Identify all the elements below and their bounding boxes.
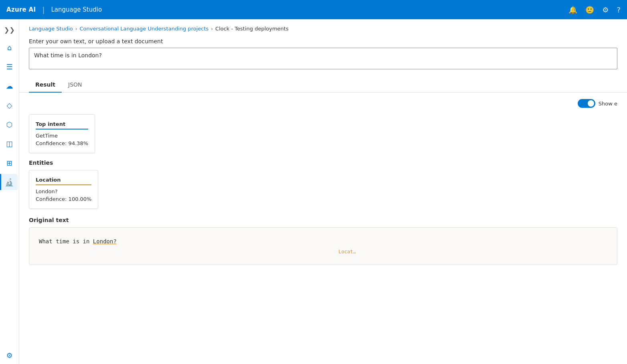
location-entity-confidence: Confidence: 100.00% <box>36 196 91 202</box>
original-text-box: What time is in London? Locat… <box>29 227 617 265</box>
breadcrumb: Language Studio › Conversational Languag… <box>19 19 627 35</box>
tabs: Result JSON <box>29 77 617 92</box>
shapes-icon: ◇ <box>7 101 12 109</box>
breadcrumb-separator-1: › <box>75 26 77 32</box>
toggle-row: Show e <box>29 99 617 108</box>
sidebar-item-list[interactable]: ☰ <box>2 59 18 75</box>
location-entity-value: London? <box>36 188 91 194</box>
list-icon: ☰ <box>6 63 12 71</box>
breadcrumb-separator-2: › <box>211 26 213 32</box>
nav-divider: | <box>42 6 44 14</box>
results-panel: Show e Top intent GetTime Confidence: 94… <box>19 93 627 364</box>
smiley-icon[interactable]: 🙂 <box>585 6 594 14</box>
bell-icon[interactable]: 🔔 <box>568 6 577 14</box>
entities-section-title: Entities <box>29 160 617 166</box>
entity-label-location: Locat… <box>87 247 607 257</box>
breadcrumb-language-studio[interactable]: Language Studio <box>29 26 73 32</box>
box-icon: ◫ <box>6 140 13 148</box>
sidebar-item-toggle[interactable]: ❯❯ <box>2 22 18 37</box>
top-intent-value: GetTime <box>36 133 88 139</box>
content-area: Language Studio › Conversational Languag… <box>19 19 627 364</box>
breadcrumb-clu-projects[interactable]: Conversational Language Understanding pr… <box>80 26 209 32</box>
text-input[interactable]: What time is in London? <box>29 48 617 69</box>
top-intent-confidence: Confidence: 94.38% <box>36 140 88 146</box>
original-text-title: Original text <box>29 217 617 223</box>
sidebar-item-cloud[interactable]: ☁ <box>2 78 18 94</box>
top-navigation: Azure AI | Language Studio 🔔 🙂 ⚙ ? <box>0 0 627 19</box>
gear-icon: ⚙ <box>6 351 12 360</box>
sidebar-item-box[interactable]: ◫ <box>2 135 18 152</box>
sidebar-item-grid[interactable]: ⊞ <box>2 155 18 171</box>
top-intent-card: Top intent GetTime Confidence: 94.38% <box>29 114 95 153</box>
original-text-section: Original text What time is in London? Lo… <box>29 217 617 265</box>
original-text-prefix: What time is in <box>39 238 93 245</box>
settings-icon[interactable]: ⚙ <box>602 6 609 14</box>
hexagon-icon: ⬡ <box>6 120 13 129</box>
sidebar-item-lab[interactable]: 🔬 <box>0 174 18 190</box>
toggle-label: Show e <box>599 101 617 107</box>
brand-name: Azure AI <box>6 6 36 13</box>
input-label: Enter your own text, or upload a text do… <box>29 38 617 44</box>
sidebar: ❯❯ ⌂ ☰ ☁ ◇ ⬡ ◫ ⊞ 🔬 ⚙ <box>0 19 19 364</box>
input-section: Enter your own text, or upload a text do… <box>19 35 627 77</box>
help-icon[interactable]: ? <box>617 6 621 14</box>
location-entity-card: Location London? Confidence: 100.00% <box>29 170 98 209</box>
grid-icon: ⊞ <box>6 159 12 167</box>
show-entities-toggle[interactable] <box>578 99 595 108</box>
chevron-right-icon: ❯❯ <box>4 26 15 34</box>
lab-icon: 🔬 <box>5 178 14 186</box>
nav-icons: 🔔 🙂 ⚙ ? <box>568 6 621 14</box>
cloud-icon: ☁ <box>6 82 13 90</box>
location-entity-title: Location <box>36 177 91 185</box>
home-icon: ⌂ <box>7 43 12 52</box>
original-text-highlighted: London? <box>93 238 117 245</box>
toggle-knob <box>588 100 594 107</box>
app-name: Language Studio <box>51 6 102 13</box>
sidebar-item-home[interactable]: ⌂ <box>2 39 18 55</box>
original-text-content: What time is in London? Locat… <box>39 236 607 257</box>
tab-json[interactable]: JSON <box>62 77 89 93</box>
sidebar-item-shapes[interactable]: ◇ <box>2 97 18 113</box>
sidebar-item-settings[interactable]: ⚙ <box>2 347 18 363</box>
breadcrumb-current: Clock - Testing deployments <box>215 26 289 32</box>
sidebar-item-hexagon[interactable]: ⬡ <box>2 116 18 132</box>
tabs-section: Result JSON <box>19 77 627 93</box>
tab-result[interactable]: Result <box>29 77 62 93</box>
top-intent-title: Top intent <box>36 121 88 129</box>
